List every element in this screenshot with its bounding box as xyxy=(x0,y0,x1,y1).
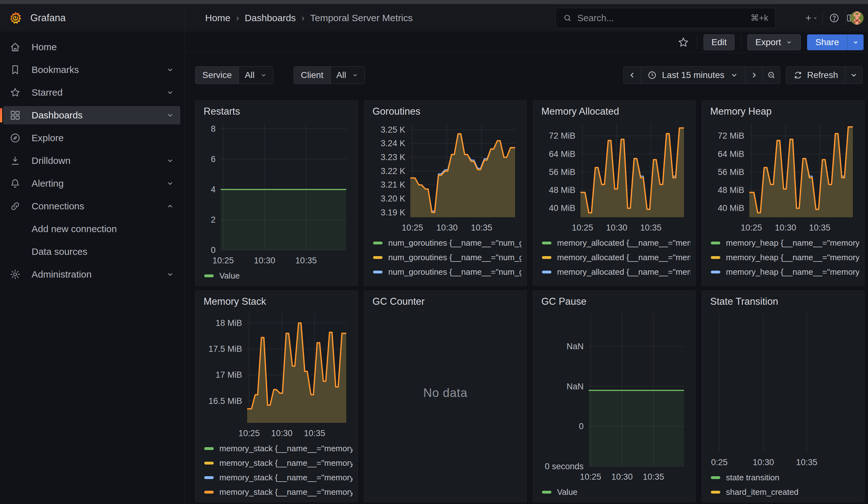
svg-text:64 MiB: 64 MiB xyxy=(718,150,744,159)
sidebar-item-home[interactable]: Home xyxy=(3,38,180,56)
sidebar-item-bookmarks[interactable]: Bookmarks xyxy=(3,61,180,79)
legend-series-marker xyxy=(204,476,214,479)
export-button[interactable]: Export xyxy=(747,34,801,50)
legend-series-marker xyxy=(542,271,551,274)
chart-area[interactable]: 3.19 K3.20 K3.21 K3.22 K3.23 K3.24 K3.25… xyxy=(369,119,521,236)
breadcrumb-home[interactable]: Home xyxy=(205,13,230,23)
legend-series-marker xyxy=(711,476,720,479)
svg-text:10:25: 10:25 xyxy=(238,429,260,438)
search-placeholder: Search... xyxy=(577,13,751,23)
panel-restarts: Restarts0246810:2510:3010:35Value xyxy=(195,101,358,286)
breadcrumb-dashboards[interactable]: Dashboards xyxy=(245,13,296,23)
sidebar-item-drilldown[interactable]: Drilldown xyxy=(3,152,180,170)
favorite-button[interactable] xyxy=(676,35,691,50)
chevron-down-icon xyxy=(166,270,175,279)
legend-item[interactable]: num_goroutines {__name__="num_goroutines… xyxy=(373,236,521,250)
panel-title[interactable]: Restarts xyxy=(200,104,353,119)
sidebar-item-administration[interactable]: Administration xyxy=(3,265,180,284)
svg-text:3.20 K: 3.20 K xyxy=(381,194,405,203)
chevron-down-icon xyxy=(852,39,859,46)
legend-item[interactable]: memory_stack {__name__="memory_stack"} xyxy=(204,456,353,470)
chart-area[interactable]: 40 MiB48 MiB56 MiB64 MiB72 MiB10:2510:30… xyxy=(538,119,690,236)
legend-series-marker xyxy=(204,275,214,277)
legend-series-marker xyxy=(204,491,214,494)
svg-text:72 MiB: 72 MiB xyxy=(718,131,744,141)
legend-item[interactable]: memory_heap {__name__="memory_heap"} xyxy=(711,265,859,279)
legend-series-marker xyxy=(542,491,551,494)
legend-item[interactable]: memory_heap {__name__="memory_heap"} xyxy=(711,236,859,250)
share-button[interactable]: Share xyxy=(807,34,847,50)
legend-series-label: num_goroutines {__name__="num_goroutines… xyxy=(388,253,521,263)
legend-series-label: shard_item_created xyxy=(726,487,859,497)
legend-item[interactable]: Value xyxy=(204,268,353,283)
legend-item[interactable]: Value xyxy=(542,485,690,499)
chart-area[interactable]: 0246810:2510:3010:35 xyxy=(200,119,353,268)
panel-title[interactable]: GC Pause xyxy=(538,295,690,309)
legend-item[interactable]: state transition xyxy=(711,470,859,485)
legend-series-label: memory_heap {__name__="memory_heap"} xyxy=(726,253,859,263)
panel-title[interactable]: GC Counter xyxy=(369,295,521,309)
edit-button[interactable]: Edit xyxy=(704,34,734,50)
app-name: Grafana xyxy=(30,12,66,24)
chart-area[interactable]: 40 MiB48 MiB56 MiB64 MiB72 MiB10:2510:30… xyxy=(707,119,859,236)
panel-title[interactable]: Memory Heap xyxy=(707,104,859,119)
svg-text:3.22 K: 3.22 K xyxy=(381,166,405,176)
user-avatar[interactable] xyxy=(850,11,864,25)
panel-title[interactable]: State Transition xyxy=(707,295,859,309)
panel-legend: memory_heap {__name__="memory_heap"}memo… xyxy=(707,236,859,283)
svg-text:17.5 MiB: 17.5 MiB xyxy=(208,344,242,354)
legend-item[interactable]: num_goroutines {__name__="num_goroutines… xyxy=(373,279,521,283)
legend-item[interactable]: memory_stack {__name__="memory_stack"} xyxy=(204,485,353,499)
chevron-down-icon xyxy=(166,156,175,165)
legend-item[interactable]: memory_heap {__name__="memory_heap"} xyxy=(711,279,859,283)
svg-text:10:25: 10:25 xyxy=(213,256,234,265)
legend-series-label: memory_heap {__name__="memory_heap"} xyxy=(726,282,859,283)
sidebar-item-starred[interactable]: Starred xyxy=(3,83,180,102)
legend-item[interactable]: memory_allocated {__name__="memory_alloc… xyxy=(542,236,690,250)
legend-series-label: Value xyxy=(557,487,690,497)
svg-text:0: 0 xyxy=(211,245,216,255)
sidebar-item-dashboards[interactable]: Dashboards xyxy=(3,106,180,124)
panel-legend: memory_allocated {__name__="memory_alloc… xyxy=(538,236,690,283)
legend-series-marker xyxy=(373,256,383,259)
panel-memory-allocated: Memory Allocated40 MiB48 MiB56 MiB64 MiB… xyxy=(533,101,696,286)
window-top-strip xyxy=(0,0,868,4)
legend-item[interactable]: num_goroutines {__name__="num_goroutines… xyxy=(373,265,521,279)
chart-area[interactable]: 0:2510:3010:35 xyxy=(707,309,859,470)
search-input[interactable]: Search... ⌘+k xyxy=(556,8,776,28)
chart-area[interactable]: 0 seconds0NaNNaN10:2510:3010:35 xyxy=(538,309,690,485)
home-icon xyxy=(9,41,21,53)
panel-title[interactable]: Memory Allocated xyxy=(538,104,690,119)
add-new-button[interactable] xyxy=(804,11,818,25)
panel-legend: Value xyxy=(538,485,690,499)
share-split-button: Share xyxy=(807,34,864,50)
actions-divider xyxy=(697,36,697,49)
legend-item[interactable]: num_goroutines {__name__="num_goroutines… xyxy=(373,250,521,265)
legend-item[interactable]: memory_allocated {__name__="memory_alloc… xyxy=(542,279,690,283)
sidebar-item-connections[interactable]: Connections xyxy=(3,197,180,215)
legend-series-label: memory_stack {__name__="memory_stack"} xyxy=(219,487,353,497)
legend-item[interactable]: shard_item_created xyxy=(711,485,859,499)
sidebar-item-data-sources[interactable]: Data sources xyxy=(3,243,180,261)
sidebar-item-label: Administration xyxy=(32,269,166,280)
panel-title[interactable]: Memory Stack xyxy=(200,295,353,309)
sidebar-item-alerting[interactable]: Alerting xyxy=(3,174,180,193)
help-button[interactable] xyxy=(827,11,841,25)
chart-area[interactable]: 16.5 MiB17 MiB17.5 MiB18 MiB10:2510:3010… xyxy=(200,309,353,441)
panel-legend: Value xyxy=(200,268,353,283)
sidebar-item-add-new-connection[interactable]: Add new connection xyxy=(3,220,180,238)
svg-text:2: 2 xyxy=(211,215,216,225)
legend-item[interactable]: memory_allocated {__name__="memory_alloc… xyxy=(542,265,690,279)
grafana-logo[interactable] xyxy=(8,11,23,25)
legend-item[interactable]: memory_stack {__name__="memory_stack"} xyxy=(204,441,353,456)
legend-item[interactable]: memory_stack {__name__="memory_stack"} xyxy=(204,470,353,485)
svg-text:10:30: 10:30 xyxy=(254,256,276,265)
legend-item[interactable]: memory_allocated {__name__="memory_alloc… xyxy=(542,250,690,265)
sidebar-item-explore[interactable]: Explore xyxy=(3,129,180,147)
svg-text:10:35: 10:35 xyxy=(304,429,326,438)
share-menu-button[interactable] xyxy=(847,34,864,50)
legend-item[interactable]: memory_heap {__name__="memory_heap"} xyxy=(711,250,859,265)
svg-text:6: 6 xyxy=(211,154,216,164)
panel-title[interactable]: Goroutines xyxy=(369,104,521,119)
legend-series-label: memory_allocated {__name__="memory_alloc… xyxy=(557,282,690,283)
